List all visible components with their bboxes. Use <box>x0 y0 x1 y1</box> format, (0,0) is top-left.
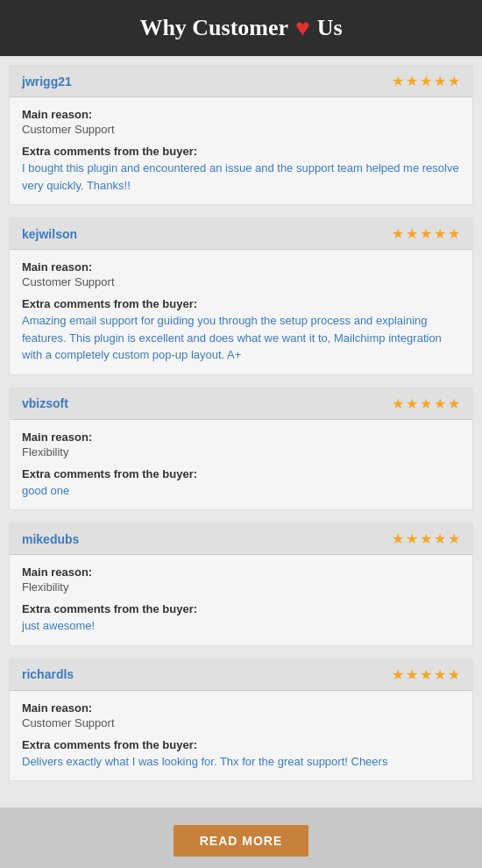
extra-comments-value: Delivers exactly what I was looking for.… <box>22 753 460 771</box>
star-icon: ★ <box>434 530 446 547</box>
star-icon: ★ <box>420 530 432 547</box>
star-icon: ★ <box>392 225 404 242</box>
title-text-before: Why Customer <box>139 15 288 41</box>
main-reason-label: Main reason: <box>22 566 460 579</box>
main-reason-value: Customer Support <box>22 123 460 136</box>
review-body: Main reason: Customer Support Extra comm… <box>10 691 472 781</box>
review-card: vbizsoft ★★★★★ Main reason: Flexibility … <box>9 388 473 511</box>
star-icon: ★ <box>434 73 446 89</box>
main-reason-value: Flexibility <box>22 580 460 594</box>
extra-comments-label: Extra comments from the buyer: <box>22 467 460 480</box>
star-icon: ★ <box>448 73 460 89</box>
star-icon: ★ <box>392 666 404 683</box>
heart-icon: ♥ <box>295 14 310 42</box>
review-header: richardls ★★★★★ <box>10 659 472 691</box>
star-rating: ★★★★★ <box>392 395 460 412</box>
read-more-button[interactable]: READ MORE <box>174 825 309 857</box>
main-reason-value: Customer Support <box>22 716 460 729</box>
star-icon: ★ <box>406 530 418 547</box>
star-icon: ★ <box>448 666 460 683</box>
review-header: mikedubs ★★★★★ <box>10 523 472 555</box>
star-icon: ★ <box>420 225 432 242</box>
review-card: mikedubs ★★★★★ Main reason: Flexibility … <box>9 523 473 646</box>
star-icon: ★ <box>448 395 460 412</box>
extra-comments-label: Extra comments from the buyer: <box>22 297 460 310</box>
star-icon: ★ <box>420 73 432 89</box>
reviewer-name: kejwilson <box>22 227 77 241</box>
main-reason-value: Customer Support <box>22 275 460 288</box>
reviewer-name: mikedubs <box>22 532 79 546</box>
star-rating: ★★★★★ <box>392 666 460 683</box>
review-header: kejwilson ★★★★★ <box>10 218 472 250</box>
page-footer: READ MORE <box>0 808 482 868</box>
page-header: Why Customer ♥ Us <box>0 0 482 56</box>
review-body: Main reason: Customer Support Extra comm… <box>10 250 472 374</box>
star-icon: ★ <box>406 225 418 242</box>
extra-comments-value: just awesome! <box>22 617 460 635</box>
reviewer-name: jwrigg21 <box>22 75 72 89</box>
star-icon: ★ <box>406 666 418 683</box>
star-icon: ★ <box>434 395 446 412</box>
extra-comments-label: Extra comments from the buyer: <box>22 145 460 158</box>
review-body: Main reason: Customer Support Extra comm… <box>10 97 472 204</box>
review-body: Main reason: Flexibility Extra comments … <box>10 420 472 510</box>
star-icon: ★ <box>420 395 432 412</box>
extra-comments-value: good one <box>22 482 460 500</box>
star-rating: ★★★★★ <box>392 530 460 547</box>
review-header: jwrigg21 ★★★★★ <box>10 66 472 97</box>
extra-comments-value: Amazing email support for guiding you th… <box>22 312 460 364</box>
page-title: Why Customer ♥ Us <box>18 14 464 42</box>
star-icon: ★ <box>434 225 446 242</box>
review-header: vbizsoft ★★★★★ <box>10 388 472 420</box>
main-reason-label: Main reason: <box>22 260 460 274</box>
reviews-container: jwrigg21 ★★★★★ Main reason: Customer Sup… <box>0 56 482 802</box>
title-text-after: Us <box>317 15 343 41</box>
star-icon: ★ <box>420 666 432 683</box>
main-reason-label: Main reason: <box>22 108 460 121</box>
extra-comments-label: Extra comments from the buyer: <box>22 602 460 615</box>
star-rating: ★★★★★ <box>392 73 460 89</box>
star-icon: ★ <box>406 395 418 412</box>
main-reason-label: Main reason: <box>22 701 460 715</box>
star-icon: ★ <box>406 73 418 89</box>
star-icon: ★ <box>392 73 404 89</box>
review-card: richardls ★★★★★ Main reason: Customer Su… <box>9 658 473 782</box>
main-reason-label: Main reason: <box>22 430 460 444</box>
star-icon: ★ <box>434 666 446 683</box>
review-card: kejwilson ★★★★★ Main reason: Customer Su… <box>9 217 473 375</box>
main-reason-value: Flexibility <box>22 445 460 459</box>
extra-comments-value: I bought this plugin and encountered an … <box>22 160 460 194</box>
review-body: Main reason: Flexibility Extra comments … <box>10 555 472 645</box>
star-icon: ★ <box>448 530 460 547</box>
review-card: jwrigg21 ★★★★★ Main reason: Customer Sup… <box>9 65 473 205</box>
extra-comments-label: Extra comments from the buyer: <box>22 738 460 751</box>
star-icon: ★ <box>392 530 404 547</box>
star-icon: ★ <box>392 395 404 412</box>
star-rating: ★★★★★ <box>392 225 460 242</box>
reviewer-name: richardls <box>22 667 74 681</box>
reviewer-name: vbizsoft <box>22 396 68 410</box>
star-icon: ★ <box>448 225 460 242</box>
